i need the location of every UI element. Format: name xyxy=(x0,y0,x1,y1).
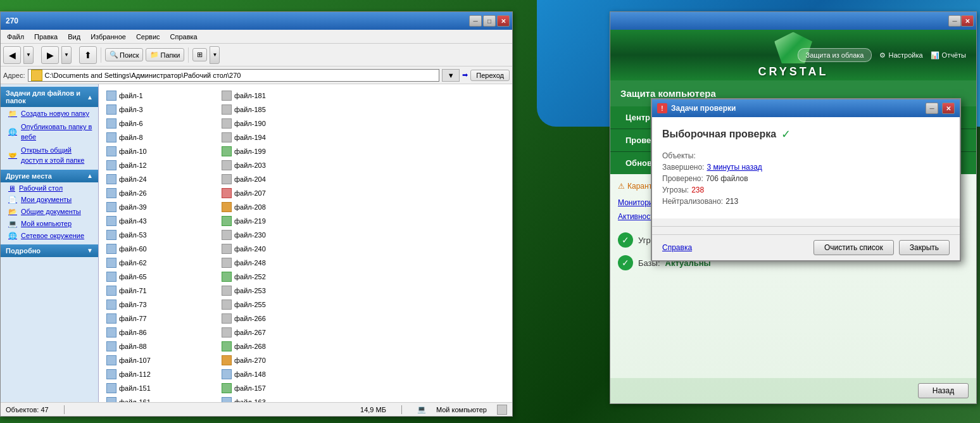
status-resize[interactable] xyxy=(497,405,507,415)
list-item[interactable]: файл-207 xyxy=(219,187,333,199)
help-link[interactable]: Справка xyxy=(662,243,692,252)
close-dialog-button[interactable]: Закрыть xyxy=(899,240,950,255)
details-arrow-icon: ▼ xyxy=(87,247,93,254)
menu-help[interactable]: Справка xyxy=(166,32,201,42)
list-item[interactable]: файл-60 xyxy=(104,243,218,255)
list-item[interactable]: файл-240 xyxy=(219,243,333,255)
list-item[interactable]: файл-253 xyxy=(219,284,333,297)
completed-value[interactable]: 3 минуты назад xyxy=(707,163,762,172)
list-item[interactable]: файл-12 xyxy=(104,159,218,172)
share-icon: 🤝 xyxy=(8,151,17,160)
list-item[interactable]: файл-194 xyxy=(219,131,333,144)
list-item[interactable]: файл-148 xyxy=(219,368,333,381)
menu-edit[interactable]: Правка xyxy=(30,32,61,42)
list-item[interactable]: файл-190 xyxy=(219,117,333,130)
scan-content: Выборочная проверка ✓ Объекты: Завершено… xyxy=(652,117,960,218)
list-item[interactable]: файл-88 xyxy=(104,340,218,353)
details-header[interactable]: Подробно ▼ xyxy=(1,244,98,257)
menu-view[interactable]: Вид xyxy=(64,32,84,42)
list-item[interactable]: файл-53 xyxy=(104,229,218,241)
forward-dropdown[interactable]: ▼ xyxy=(61,46,72,64)
maximize-button[interactable]: □ xyxy=(483,15,496,27)
list-item[interactable]: файл-107 xyxy=(104,354,218,367)
av-close-button[interactable]: ✕ xyxy=(961,15,974,27)
list-item[interactable]: файл-248 xyxy=(219,256,333,269)
menu-favorites[interactable]: Избранное xyxy=(87,32,130,42)
file-icon xyxy=(106,300,116,310)
list-item[interactable]: файл-73 xyxy=(104,298,218,311)
minimize-button[interactable]: ─ xyxy=(469,15,482,27)
list-item[interactable]: файл-43 xyxy=(104,215,218,227)
list-item[interactable]: файл-112 xyxy=(104,368,218,381)
list-item[interactable]: файл-185 xyxy=(219,103,333,116)
file-icon xyxy=(106,327,116,338)
threats-row-label: Угрозы: xyxy=(662,186,689,194)
shared-documents-link[interactable]: 📂 Общие документы xyxy=(1,206,98,218)
scan-minimize-button[interactable]: ─ xyxy=(926,103,938,114)
list-item[interactable]: файл-8 xyxy=(104,131,218,144)
list-item[interactable]: файл-6 xyxy=(104,117,218,130)
av-back-button[interactable]: Назад xyxy=(918,383,969,398)
list-item[interactable]: файл-208 xyxy=(219,201,333,213)
list-item[interactable]: файл-230 xyxy=(219,229,333,241)
av-minimize-button[interactable]: ─ xyxy=(948,15,961,27)
cloud-protection-button[interactable]: Защита из облака xyxy=(798,48,872,62)
my-documents-link[interactable]: 📄 Мои документы xyxy=(1,194,98,206)
list-item[interactable]: файл-252 xyxy=(219,270,333,283)
list-item[interactable]: файл-266 xyxy=(219,312,333,325)
folders-button[interactable]: 📁 Папки xyxy=(146,48,184,61)
close-button[interactable]: ✕ xyxy=(497,15,510,27)
scan-close-button[interactable]: ✕ xyxy=(942,103,955,114)
network-link[interactable]: 🌐 Сетевое окружение xyxy=(1,230,98,242)
menu-tools[interactable]: Сервис xyxy=(132,32,164,42)
list-item[interactable]: файл-71 xyxy=(104,284,218,297)
list-item[interactable]: файл-24 xyxy=(104,173,218,186)
my-computer-link[interactable]: 💻 Мой компьютер xyxy=(1,218,98,230)
list-item[interactable]: файл-10 xyxy=(104,145,218,158)
list-item[interactable]: файл-270 xyxy=(219,354,333,367)
right-panel[interactable]: файл-1файл-181файл-3файл-185файл-6файл-1… xyxy=(99,84,512,402)
list-item[interactable]: файл-163 xyxy=(219,396,333,402)
create-folder-link[interactable]: 📁 Создать новую папку xyxy=(1,107,98,120)
clear-list-button[interactable]: Очистить список xyxy=(814,240,894,255)
list-item[interactable]: файл-86 xyxy=(104,326,218,339)
back-dropdown[interactable]: ▼ xyxy=(23,46,34,64)
menu-file[interactable]: Файл xyxy=(3,32,28,42)
list-item[interactable]: файл-268 xyxy=(219,340,333,353)
list-item[interactable]: файл-255 xyxy=(219,298,333,311)
address-dropdown[interactable]: ▼ xyxy=(442,69,460,82)
address-field[interactable]: C:\Documents and Settings\Администратор\… xyxy=(28,69,440,82)
list-item[interactable]: файл-157 xyxy=(219,382,333,395)
list-item[interactable]: файл-267 xyxy=(219,326,333,339)
list-item[interactable]: файл-151 xyxy=(104,382,218,395)
settings-button[interactable]: ⚙ Настройка xyxy=(879,51,922,60)
forward-button[interactable]: ▶ xyxy=(41,46,59,64)
views-button[interactable]: ⊞ xyxy=(192,48,207,61)
share-folder-link[interactable]: 🤝 Открыть общий доступ к этой папке xyxy=(1,144,98,167)
list-item[interactable]: файл-1 xyxy=(104,89,218,102)
list-item[interactable]: файл-161 xyxy=(104,396,218,402)
reports-button[interactable]: 📊 Отчёты xyxy=(931,51,966,60)
list-item[interactable]: файл-219 xyxy=(219,215,333,227)
list-item[interactable]: файл-199 xyxy=(219,145,333,158)
search-button[interactable]: 🔍 Поиск xyxy=(105,48,143,61)
list-item[interactable]: файл-62 xyxy=(104,256,218,269)
folders-label: Папки xyxy=(160,51,180,59)
up-button[interactable]: ⬆ xyxy=(79,46,97,64)
list-item[interactable]: файл-3 xyxy=(104,103,218,116)
list-item[interactable]: файл-39 xyxy=(104,201,218,213)
list-item[interactable]: файл-204 xyxy=(219,173,333,186)
desktop-link[interactable]: 🖥 Рабочий стол xyxy=(1,182,98,194)
publish-folder-link[interactable]: 🌐 Опубликовать папку в вебе xyxy=(1,120,98,144)
list-item[interactable]: файл-203 xyxy=(219,159,333,172)
list-item[interactable]: файл-77 xyxy=(104,312,218,325)
file-icon xyxy=(106,118,116,129)
list-item[interactable]: файл-26 xyxy=(104,187,218,199)
views-dropdown[interactable]: ▼ xyxy=(210,46,220,64)
go-button[interactable]: Переход xyxy=(470,70,510,81)
tasks-section-header[interactable]: Задачи для файлов и папок ▲ xyxy=(1,87,98,107)
back-button[interactable]: ◀ xyxy=(3,46,21,64)
other-places-header[interactable]: Другие места ▲ xyxy=(1,170,98,182)
list-item[interactable]: файл-181 xyxy=(219,89,333,102)
list-item[interactable]: файл-65 xyxy=(104,270,218,283)
